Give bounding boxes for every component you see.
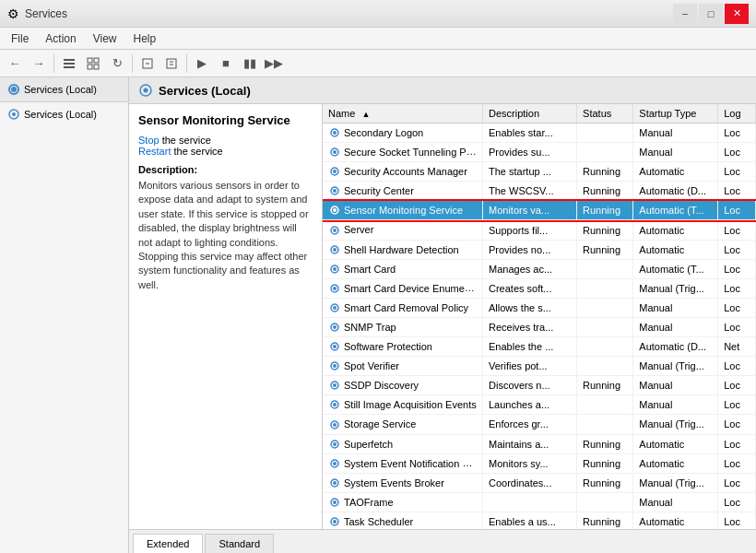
table-row[interactable]: System Event Notification S...Monitors s… [323, 453, 756, 473]
service-status-cell: Running [577, 453, 633, 473]
table-row[interactable]: ServerSupports fil...RunningAutomaticLoc [323, 220, 756, 240]
table-row[interactable]: SSDP DiscoveryDiscovers n...RunningManua… [323, 376, 756, 395]
toolbar-view2[interactable] [82, 53, 104, 75]
col-logon-label: Log [724, 108, 740, 119]
table-row[interactable]: Storage ServiceEnforces gr...Manual (Tri… [323, 415, 756, 434]
toolbar-refresh[interactable]: ↻ [106, 53, 128, 75]
minimize-button[interactable]: − [673, 4, 697, 24]
svg-point-31 [333, 248, 337, 252]
table-row[interactable]: Spot VerifierVerifies pot...Manual (Trig… [323, 357, 756, 376]
toolbar-restart[interactable]: ▶▶ [263, 53, 285, 75]
service-desc-cell: Monitors sy... [483, 453, 577, 473]
service-logon-cell: Loc [718, 492, 756, 512]
table-row[interactable]: SuperfetchMaintains a...RunningAutomatic… [323, 434, 756, 453]
service-name-text: System Events Broker [344, 477, 444, 488]
table-row[interactable]: Software ProtectionEnables the ...Automa… [323, 337, 756, 357]
menu-view[interactable]: View [86, 30, 124, 47]
table-row[interactable]: Secondary LogonEnables star...ManualLoc [323, 124, 756, 143]
table-row[interactable]: SNMP TrapReceives tra...ManualLoc [323, 317, 756, 336]
toolbar-back[interactable]: ← [4, 53, 26, 75]
svg-point-12 [11, 87, 17, 92]
service-status-cell: Running [577, 240, 633, 259]
table-row[interactable]: Security Accounts ManagerThe startup ...… [323, 162, 756, 182]
service-startup-cell: Manual (Trig... [633, 415, 718, 434]
table-row[interactable]: Smart Card Device Enumera...Creates soft… [323, 278, 756, 298]
menu-help[interactable]: Help [126, 30, 164, 47]
service-desc-cell: Provides su... [483, 143, 577, 162]
service-icon [328, 146, 341, 159]
svg-point-57 [333, 500, 337, 504]
service-name-cell: Smart Card [323, 259, 483, 278]
service-name-text: Task Scheduler [344, 516, 413, 527]
table-row[interactable]: Task SchedulerEnables a us...RunningAuto… [323, 512, 756, 529]
table-row[interactable]: TAOFrameManualLoc [323, 492, 756, 512]
toolbar-forward[interactable]: → [28, 53, 50, 75]
menu-action[interactable]: Action [38, 30, 83, 47]
maximize-button[interactable]: □ [699, 4, 723, 24]
left-header-label: Services (Local) [24, 84, 97, 95]
service-icon [328, 301, 341, 314]
tab-extended[interactable]: Extended [133, 534, 203, 553]
menu-file[interactable]: File [4, 30, 36, 47]
svg-point-23 [333, 170, 337, 173]
svg-point-55 [333, 481, 337, 485]
table-row[interactable]: Still Image Acquisition EventsLaunches a… [323, 395, 756, 415]
left-panel: Services (Local) Services (Local) [0, 77, 129, 553]
service-name-text: TAOFrame [344, 497, 394, 508]
right-header-label: Services (Local) [159, 84, 251, 98]
toolbar-sep1 [53, 54, 54, 73]
table-row[interactable]: Secure Socket Tunneling Pr...Provides su… [323, 143, 756, 162]
service-desc-cell: Supports fil... [483, 220, 577, 240]
description-panel: Sensor Monitoring Service Stop the servi… [129, 104, 323, 529]
service-name-cell: Storage Service [323, 415, 483, 434]
service-icon [328, 204, 341, 217]
toolbar-properties[interactable] [160, 53, 183, 75]
panel-gear-icon [7, 83, 20, 96]
svg-point-53 [333, 462, 337, 465]
svg-point-35 [333, 287, 337, 290]
svg-rect-9 [167, 59, 176, 68]
service-startup-cell: Manual [633, 298, 718, 317]
svg-rect-0 [64, 59, 75, 61]
toolbar-sep3 [186, 54, 187, 73]
table-row[interactable]: System Events BrokerCoordinates...Runnin… [323, 473, 756, 492]
service-logon-cell: Loc [718, 124, 756, 143]
service-desc-cell: The startup ... [483, 162, 577, 182]
close-button[interactable]: ✕ [725, 4, 749, 24]
service-icon [328, 165, 341, 178]
service-name-cell: Smart Card Device Enumera... [323, 278, 483, 298]
tab-standard[interactable]: Standard [205, 534, 274, 553]
toolbar-view1[interactable] [58, 53, 80, 75]
stop-service-link[interactable]: Stop [138, 135, 159, 146]
toolbar-pause[interactable]: ▮▮ [239, 53, 261, 75]
service-startup-cell: Manual [633, 395, 718, 415]
service-logon-cell: Loc [718, 434, 756, 453]
sidebar-item-services-local[interactable]: Services (Local) [0, 102, 128, 126]
table-row[interactable]: Smart Card Removal PolicyAllows the s...… [323, 298, 756, 317]
toolbar-export[interactable] [136, 53, 159, 75]
service-name-text: Security Center [344, 185, 414, 196]
props-icon [165, 57, 178, 70]
svg-rect-1 [64, 63, 75, 65]
table-row[interactable]: Sensor Monitoring ServiceMonitors va...R… [323, 201, 756, 220]
service-logon-cell: Loc [718, 143, 756, 162]
service-status-cell [577, 124, 633, 143]
title-bar: ⚙ Services − □ ✕ [0, 0, 756, 28]
svg-point-27 [333, 208, 337, 212]
table-row[interactable]: Shell Hardware DetectionProvides no...Ru… [323, 240, 756, 259]
service-name-cell: Secure Socket Tunneling Pr... [323, 143, 483, 162]
service-desc-cell: Creates soft... [483, 278, 577, 298]
service-name-text: Secure Socket Tunneling Pr... [344, 146, 478, 158]
service-name-text: Shell Hardware Detection [344, 244, 459, 255]
service-startup-cell: Automatic [633, 220, 718, 240]
restart-service-link[interactable]: Restart [138, 146, 171, 157]
service-status-cell: Running [577, 182, 633, 201]
svg-point-29 [333, 229, 337, 232]
table-row[interactable]: Smart CardManages ac...Automatic (T...Lo… [323, 259, 756, 278]
toolbar-stop[interactable]: ■ [215, 53, 237, 75]
service-name-text: Secondary Logon [344, 127, 423, 138]
toolbar-play[interactable]: ▶ [191, 53, 213, 75]
service-name-cell: System Events Broker [323, 473, 483, 492]
svg-rect-4 [94, 58, 99, 63]
table-row[interactable]: Security CenterThe WSCSV...RunningAutoma… [323, 182, 756, 201]
